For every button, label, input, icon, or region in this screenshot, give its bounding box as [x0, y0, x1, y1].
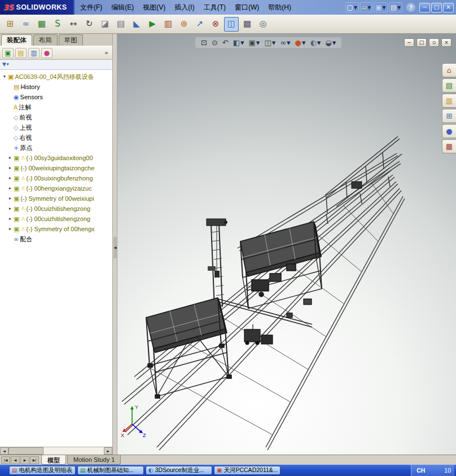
sheet-nav-prev[interactable]: ◀ [11, 456, 20, 464]
sheet-nav-last[interactable]: ▶| [30, 456, 39, 464]
expander-icon[interactable]: ▾ [2, 74, 7, 79]
tab-model[interactable]: 模型 [41, 455, 66, 465]
propertymanager-tab-icon[interactable]: ▤ [15, 48, 27, 58]
tab-assembly[interactable]: 装配体 [1, 34, 32, 46]
appearances-icon[interactable]: ● [442, 124, 456, 138]
apply-scene-icon[interactable]: ◐ ▾ [309, 38, 322, 47]
tree-item-annotations[interactable]: A 注解 [2, 102, 112, 112]
tree-item-component-4[interactable]: ▸ ▣ ⚠ (-) 00hengxiangyizaizuc [2, 183, 112, 193]
tree-root-assembly[interactable]: ▾ ▣ AC0639-00_04风挡移载设备 [2, 72, 112, 82]
scrollbar-track[interactable] [8, 447, 104, 455]
new-document-icon[interactable]: ▢ ▾ [345, 2, 359, 12]
expander-icon[interactable]: ▸ [7, 166, 13, 170]
tree-filter-bar[interactable]: ▼ ▾ [0, 60, 112, 70]
exploded-view-icon[interactable]: ⊛ [177, 17, 191, 32]
expander-icon[interactable]: ▸ [7, 227, 13, 231]
window-close-button[interactable]: × [441, 38, 451, 47]
linear-component-pattern-icon[interactable]: ▦ [34, 17, 49, 32]
task-button-1[interactable]: ▤ 电机构造图及明细表 [9, 466, 76, 475]
tab-layout[interactable]: 布局 [33, 34, 58, 46]
expander-icon[interactable]: ▸ [7, 196, 13, 201]
window-restore-button[interactable]: □ [416, 38, 427, 47]
configurationmanager-tab-icon[interactable]: ▥ [28, 48, 40, 58]
simulation-advisor-icon[interactable]: ◎ [256, 17, 270, 32]
tab-sketch[interactable]: 草图 [59, 34, 83, 46]
tree-item-component-5[interactable]: ▸ ▣ (-) Symmetry of 00weixiupi [2, 193, 112, 204]
explode-line-sketch-icon[interactable]: ↗ [192, 17, 207, 32]
maximize-button[interactable]: □ [431, 3, 442, 12]
file-explorer-icon[interactable]: ▥ [442, 94, 456, 108]
print-icon[interactable]: ▤ ▾ [389, 2, 402, 12]
show-hidden-components-icon[interactable]: ◪ [98, 17, 112, 32]
view-orientation-icon[interactable]: ▣ ▾ [248, 38, 261, 47]
reference-geometry-icon[interactable]: ◣ [129, 17, 144, 32]
scrollbar-thumb[interactable] [8, 447, 43, 455]
tree-item-component-8[interactable]: ▸ ▣ ⚠ (-) Symmetry of 00hengx [2, 224, 112, 234]
window-minimize-button[interactable]: − [404, 38, 414, 47]
tree-item-component-7[interactable]: ▸ ▣ ⚠ (-) 00cuizhitishengzong [2, 214, 112, 224]
minimize-button[interactable]: − [419, 3, 430, 12]
tree-item-component-3[interactable]: ▸ ▣ ⚠ (-) 00suixingbufenzhong [2, 173, 112, 183]
move-component-icon[interactable]: ↔ [66, 17, 81, 32]
tab-motion-study-1[interactable]: Motion Study 1 [67, 455, 121, 465]
menu-help[interactable]: 帮助(H) [264, 1, 296, 15]
tree-horizontal-scrollbar[interactable]: ◀ ▶ [0, 447, 112, 455]
display-style-icon[interactable]: ◫ ▾ [263, 38, 277, 47]
section-view-icon[interactable]: ◧ ▾ [232, 38, 245, 47]
tree-item-component-1[interactable]: ▸ ▣ ⚠ (-) 00sy3guidaoxitong00 [2, 153, 112, 163]
expander-icon[interactable]: ▸ [7, 156, 13, 160]
zoom-to-area-icon[interactable]: ⊙ [211, 38, 219, 47]
task-button-3[interactable]: ◐ 3DSource制造业... [146, 466, 212, 475]
menu-tools[interactable]: 工具(T) [199, 1, 230, 15]
expander-icon[interactable]: ▸ [7, 176, 13, 180]
resources-home-icon[interactable]: ⌂ [442, 63, 456, 77]
task-button-4[interactable]: ▣ 天河PCCAD2011&... [214, 466, 280, 475]
bill-of-materials-icon[interactable]: ▥ [161, 17, 176, 32]
tree-item-component-6[interactable]: ▸ ▣ ⚠ (-) 00cuizhitishengzong [2, 204, 112, 214]
zoom-to-fit-icon[interactable]: ⊡ [200, 38, 208, 47]
tree-item-mates[interactable]: ∞ 配合 [2, 234, 112, 244]
new-motion-study-icon[interactable]: ▶ [145, 17, 160, 32]
assembly-features-icon[interactable]: ▤ [113, 17, 128, 32]
menu-edit[interactable]: 编辑(E) [107, 1, 138, 15]
smart-fasteners-icon[interactable]: S [50, 17, 65, 32]
tree-item-history[interactable]: ▤ History [2, 82, 112, 92]
menu-window[interactable]: 窗口(W) [230, 1, 264, 15]
custom-properties-icon[interactable]: ▦ [442, 139, 456, 153]
view-settings-icon[interactable]: ◒ ▾ [324, 38, 337, 47]
tree-item-component-2[interactable]: ▸ ▣ (-) 00weixiupingtaizongche [2, 163, 112, 173]
insert-components-icon[interactable]: ⊞ [3, 17, 17, 32]
save-icon[interactable]: ▣ ▾ [374, 2, 387, 12]
sheet-nav-next[interactable]: ▶ [20, 456, 29, 464]
menu-file[interactable]: 文件(F) [76, 1, 107, 15]
hide-show-items-icon[interactable]: ∞ ▾ [279, 38, 291, 47]
language-indicator[interactable]: CH [415, 467, 427, 474]
expander-icon[interactable]: ▸ [7, 206, 13, 211]
tree-item-right-plane[interactable]: ◇ 右视 [2, 133, 112, 143]
tree-item-origin[interactable]: + 原点 [2, 143, 112, 153]
panel-overflow-chevron[interactable]: » [103, 50, 110, 56]
sheet-nav-first[interactable]: |◀ [1, 456, 10, 464]
displaymanager-tab-icon[interactable]: ● [41, 48, 52, 58]
expander-icon[interactable]: ▸ [7, 217, 13, 221]
tree-item-top-plane[interactable]: ◇ 上视 [2, 122, 112, 133]
isolate-icon[interactable]: ◫ [224, 17, 239, 32]
design-library-icon[interactable]: ▤ [442, 78, 456, 92]
menu-insert[interactable]: 插入(I) [170, 1, 199, 15]
window-float-button[interactable]: ▫ [429, 38, 439, 47]
panel-splitter[interactable]: ◀ [113, 34, 117, 455]
open-document-icon[interactable]: ▱ ▾ [360, 2, 372, 12]
large-assembly-mode-icon[interactable]: ▩ [240, 17, 255, 32]
tree-item-sensors[interactable]: ◉ Sensors [2, 92, 112, 102]
close-button[interactable]: × [443, 3, 454, 12]
task-button-2[interactable]: ▤ 机械制图基础知... [77, 466, 144, 475]
toolbox-icon[interactable]: ⊞ [442, 109, 456, 123]
panel-collapse-button[interactable]: ◀ [113, 237, 117, 258]
mate-icon[interactable]: ∞ [19, 17, 33, 32]
featuremanager-tab-icon[interactable]: ▣ [2, 48, 14, 58]
interference-detection-icon[interactable]: ⊗ [208, 17, 223, 32]
tree-item-front-plane[interactable]: ◇ 前视 [2, 112, 112, 122]
previous-view-icon[interactable]: ↶ [221, 38, 230, 47]
help-button[interactable]: ? [406, 3, 415, 12]
expander-icon[interactable]: ▸ [7, 186, 13, 191]
